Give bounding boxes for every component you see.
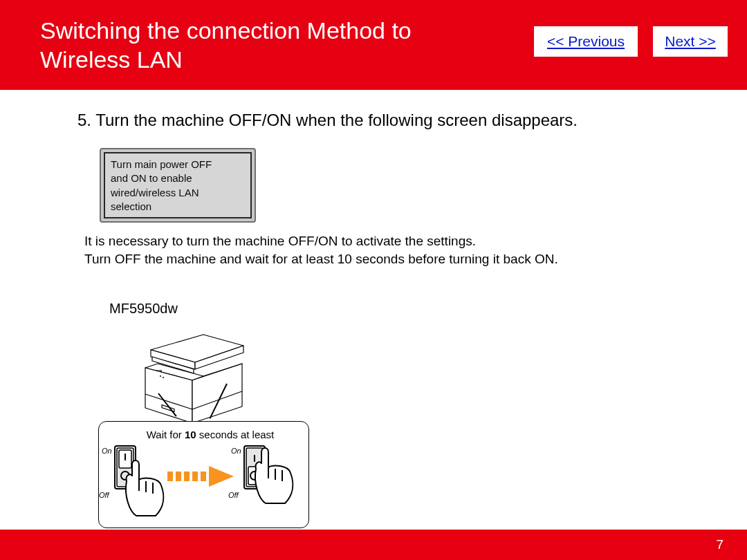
svg-marker-7 xyxy=(192,364,242,423)
wait-text-post: seconds at least xyxy=(196,429,275,440)
hand-press-icon xyxy=(252,444,302,507)
svg-point-13 xyxy=(163,377,164,378)
instruction-note: It is necessary to turn the machine OFF/… xyxy=(84,232,707,268)
svg-rect-23 xyxy=(176,472,181,481)
printer-icon xyxy=(137,328,255,431)
wait-text-pre: Wait for xyxy=(147,429,185,440)
next-button[interactable]: Next >> xyxy=(653,26,728,57)
wait-caption: Wait for 10 seconds at least xyxy=(120,429,300,440)
previous-button[interactable]: << Previous xyxy=(534,26,638,57)
svg-marker-27 xyxy=(209,466,234,487)
svg-rect-26 xyxy=(201,472,206,481)
header-bar: Switching the connection Method to Wirel… xyxy=(0,0,747,90)
hand-press-icon xyxy=(122,456,172,520)
lcd-screen-illustration: Turn main power OFF and ON to enable wir… xyxy=(100,148,256,223)
note-line-2: Turn OFF the machine and wait for at lea… xyxy=(84,250,707,268)
lcd-screen-text: Turn main power OFF and ON to enable wir… xyxy=(104,152,252,218)
model-label: MF5950dw xyxy=(109,301,707,317)
on-label: On xyxy=(231,447,241,455)
transition-arrow-icon xyxy=(167,465,238,487)
nav-button-group: << Previous Next >> xyxy=(534,26,728,57)
step-heading: 5. Turn the machine OFF/ON when the foll… xyxy=(77,111,707,130)
svg-rect-22 xyxy=(167,472,173,481)
svg-point-12 xyxy=(160,375,161,377)
footer-bar: 7 xyxy=(0,530,747,560)
page-title: Switching the connection Method to Wirel… xyxy=(40,16,483,75)
svg-rect-24 xyxy=(184,472,190,481)
on-label: On xyxy=(102,447,112,455)
wait-text-bold: 10 xyxy=(185,429,196,440)
page-number: 7 xyxy=(716,537,723,552)
off-label: Off xyxy=(228,491,239,499)
power-cycle-diagram: Wait for 10 seconds at least On Off xyxy=(98,328,320,535)
svg-rect-25 xyxy=(192,472,198,481)
off-label: Off xyxy=(99,491,109,499)
note-line-1: It is necessary to turn the machine OFF/… xyxy=(84,232,707,250)
content-area: 5. Turn the machine OFF/ON when the foll… xyxy=(0,90,747,535)
